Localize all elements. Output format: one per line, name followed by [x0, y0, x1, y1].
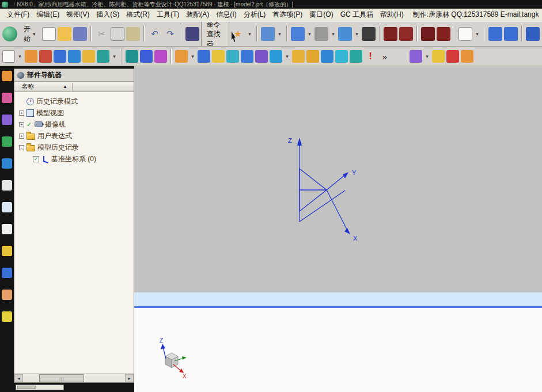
- web-browser-icon[interactable]: [2, 158, 12, 169]
- bottom-scrollbar[interactable]: [16, 385, 64, 390]
- touch-mode-caret[interactable]: ▾: [276, 28, 283, 40]
- true-shading-icon[interactable]: [291, 27, 305, 41]
- expander-icon[interactable]: +: [19, 111, 24, 116]
- extrude-caret[interactable]: ▾: [189, 51, 196, 62]
- reuse-library-icon[interactable]: [2, 180, 12, 191]
- menu-insert[interactable]: 插入(S): [93, 9, 123, 21]
- synchronous-caret[interactable]: ▾: [424, 51, 430, 62]
- datum-csys-display[interactable]: Z Y X: [258, 127, 373, 248]
- extrude-icon[interactable]: [175, 50, 188, 63]
- menu-view[interactable]: 视图(V): [63, 9, 93, 21]
- render-style-icon[interactable]: [314, 27, 328, 41]
- scroll-left-button[interactable]: ◄: [14, 374, 23, 382]
- menu-file[interactable]: 文件(F): [3, 9, 33, 21]
- touch-panel-icon[interactable]: [2, 311, 12, 322]
- copy-icon[interactable]: [111, 27, 124, 41]
- new-part-icon[interactable]: [42, 27, 56, 41]
- feature-caret[interactable]: ▾: [284, 51, 290, 62]
- datum-plane-icon[interactable]: [25, 50, 37, 63]
- ball-blend-icon[interactable]: [321, 50, 333, 63]
- material-red-icon-2[interactable]: [399, 27, 413, 41]
- graphics-viewport[interactable]: Z Y X Z X: [134, 66, 542, 392]
- shaded-sphere-icon[interactable]: [362, 27, 376, 41]
- expander-icon[interactable]: +: [19, 122, 24, 127]
- sweep-icon[interactable]: [212, 50, 225, 63]
- bottom-scrollbar-thumb[interactable]: [17, 386, 36, 389]
- subtract-icon[interactable]: [255, 50, 268, 63]
- paste-icon[interactable]: [126, 27, 140, 41]
- menu-tools[interactable]: 工具(T): [153, 9, 183, 21]
- tree-item-cameras[interactable]: + ✓ 摄像机: [14, 119, 134, 130]
- unsectioned-icon[interactable]: [446, 50, 459, 63]
- alert-icon[interactable]: !: [364, 50, 377, 63]
- menu-window[interactable]: 窗口(O): [306, 9, 336, 21]
- cylinder-icon[interactable]: [82, 50, 95, 63]
- open-icon[interactable]: [58, 27, 71, 41]
- window-icon-2[interactable]: [504, 27, 518, 41]
- draft-icon[interactable]: [350, 50, 362, 63]
- process-studio-icon[interactable]: [2, 224, 12, 234]
- sketch-caret[interactable]: ▾: [17, 51, 23, 62]
- more-commands-icon[interactable]: »: [378, 50, 391, 63]
- true-shading-caret[interactable]: ▾: [306, 28, 313, 40]
- material-red-icon-3[interactable]: [421, 27, 435, 41]
- assembly-navigator-icon[interactable]: [2, 93, 12, 103]
- block-icon[interactable]: [54, 50, 66, 63]
- point-icon[interactable]: [140, 50, 153, 63]
- cut-icon[interactable]: ✂: [95, 27, 109, 41]
- datum-csys-icon[interactable]: [39, 50, 52, 63]
- shell-icon[interactable]: [335, 50, 348, 63]
- expander-icon[interactable]: +: [19, 134, 24, 139]
- overflow-right-icon[interactable]: [526, 27, 540, 41]
- scroll-right-button[interactable]: ►: [125, 374, 134, 382]
- sketch-dropdown-icon[interactable]: [2, 50, 15, 63]
- background-caret[interactable]: ▾: [474, 28, 480, 40]
- scrollbar-track[interactable]: [23, 374, 125, 382]
- chamfer-icon[interactable]: [306, 50, 319, 63]
- material-red-icon-4[interactable]: [437, 27, 450, 41]
- menu-information[interactable]: 信息(I): [213, 9, 240, 21]
- tree-item-user-expressions[interactable]: + 用户表达式: [14, 130, 134, 142]
- touch-mode-icon[interactable]: [261, 27, 275, 41]
- save-icon[interactable]: [73, 27, 87, 41]
- people-icon[interactable]: [2, 290, 12, 300]
- tube-icon[interactable]: [226, 50, 239, 63]
- render-style-caret[interactable]: ▾: [330, 28, 336, 40]
- tree-item-history-mode[interactable]: 历史记录模式: [14, 96, 134, 107]
- edit-section-icon[interactable]: [461, 50, 473, 63]
- sphere-icon[interactable]: [68, 50, 81, 63]
- menu-help[interactable]: 帮助(H): [377, 9, 407, 21]
- material-red-icon-1[interactable]: [384, 27, 397, 41]
- primitives-caret[interactable]: ▾: [111, 51, 118, 62]
- menu-format[interactable]: 格式(R): [123, 9, 153, 21]
- window-icon-1[interactable]: [488, 27, 502, 41]
- background-icon[interactable]: [458, 27, 472, 41]
- revolve-icon[interactable]: [198, 50, 210, 63]
- undo-icon[interactable]: ↶: [148, 27, 162, 41]
- datum-axis-icon[interactable]: [126, 50, 138, 63]
- orient-view-icon[interactable]: [338, 27, 352, 41]
- intersect-icon[interactable]: [270, 50, 282, 63]
- constraint-navigator-icon[interactable]: [2, 115, 12, 125]
- navigator-tool-icon[interactable]: [2, 71, 12, 81]
- history-icon[interactable]: [2, 202, 12, 212]
- start-button[interactable]: 开始 ▾: [19, 22, 40, 46]
- cone-icon[interactable]: [97, 50, 109, 63]
- menu-edit[interactable]: 编辑(E): [33, 9, 63, 21]
- palette-icon[interactable]: [2, 246, 12, 256]
- edge-blend-icon[interactable]: [292, 50, 305, 63]
- point-set-icon[interactable]: [154, 50, 167, 63]
- menu-analysis[interactable]: 分析(L): [240, 9, 270, 21]
- redo-icon[interactable]: ↷: [164, 27, 177, 41]
- selection-wand-caret[interactable]: ▾: [247, 28, 253, 40]
- tree-item-model-views[interactable]: + 模型视图: [14, 107, 134, 119]
- command-finder-icon[interactable]: [185, 27, 199, 41]
- menu-preferences[interactable]: 首选项(P): [269, 9, 306, 21]
- roles-icon[interactable]: [2, 268, 12, 278]
- unite-icon[interactable]: [241, 50, 253, 63]
- column-header-name[interactable]: 名称 ▲: [14, 82, 134, 92]
- expander-icon[interactable]: -: [19, 145, 24, 150]
- scrollbar-thumb[interactable]: [39, 374, 84, 382]
- measure-icon[interactable]: [432, 50, 445, 63]
- synchronous-modeling-icon[interactable]: [410, 50, 422, 63]
